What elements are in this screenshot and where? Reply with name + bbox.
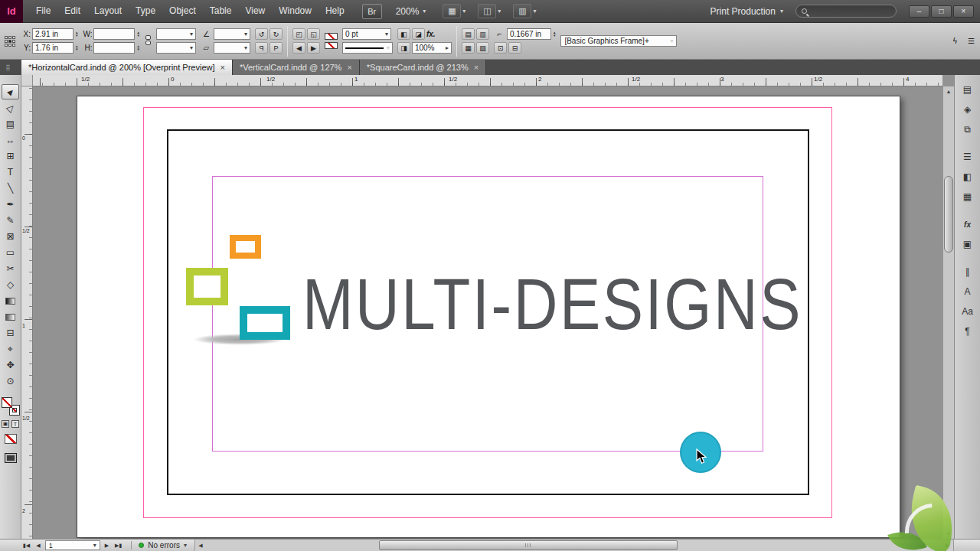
menu-file[interactable]: File	[29, 0, 57, 22]
object-styles-panel[interactable]: ▣	[959, 236, 977, 253]
align-panel[interactable]: ∥	[959, 263, 977, 280]
document-tab[interactable]: *HorizontalCard.indd @ 200% [Overprint P…	[21, 60, 233, 75]
paragraph-panel[interactable]: ¶	[959, 323, 977, 340]
chevron-down-icon[interactable]: ▾	[498, 8, 501, 15]
layers-panel[interactable]: ◈	[959, 101, 977, 118]
content-collector-tool[interactable]: ⊞	[2, 148, 19, 164]
vertical-ruler[interactable]: 01/211/22	[21, 86, 33, 539]
stroke-color-swatch[interactable]	[325, 33, 338, 40]
pencil-tool[interactable]: ✎	[2, 213, 19, 228]
drop-shadow-button[interactable]: ◧	[397, 28, 410, 40]
horizontal-ruler[interactable]: 1/201/211/221/231/24	[33, 75, 942, 86]
x-position-field[interactable]: 2.91 in	[32, 28, 74, 40]
horizontal-scroll-thumb[interactable]	[379, 540, 678, 550]
y-position-field[interactable]: 1.76 in	[32, 42, 74, 54]
frame-fitting-button[interactable]: ⊡	[494, 42, 507, 54]
rectangle-tool[interactable]: ▭	[2, 245, 19, 260]
note-tool[interactable]: ⊟	[2, 325, 19, 341]
scale-y-dropdown[interactable]: ▾	[156, 42, 196, 54]
free-transform-tool[interactable]: ◇	[2, 277, 19, 292]
opacity-field[interactable]: 100%▸	[412, 42, 452, 54]
menu-object[interactable]: Object	[162, 0, 203, 22]
menu-table[interactable]: Table	[203, 0, 239, 22]
scroll-left-icon[interactable]: ◀	[195, 540, 206, 551]
scroll-right-icon[interactable]: ▶	[942, 540, 953, 551]
pages-panel[interactable]: ▤	[959, 81, 977, 98]
flip-horizontal-button[interactable]: P	[255, 42, 268, 54]
document-canvas[interactable]: MULTI-DESIGNS	[33, 86, 942, 539]
scroll-down-icon[interactable]: ▼	[946, 529, 952, 539]
type-tool[interactable]: T	[2, 165, 19, 180]
links-panel[interactable]: ⧉	[959, 121, 977, 138]
width-field[interactable]	[93, 28, 135, 40]
flip-vertical-button[interactable]: P	[270, 42, 283, 54]
arrange-documents-button[interactable]: ▥	[513, 4, 531, 18]
effects-menu[interactable]: fx.	[426, 30, 436, 38]
fill-swatch[interactable]	[2, 397, 12, 408]
page-tool[interactable]: ▤	[2, 116, 19, 132]
fill-stroke-widget[interactable]	[2, 397, 20, 416]
object-style-dropdown[interactable]: [Basic Graphics Frame]+▾	[560, 35, 677, 47]
text-wrap-bounding-button[interactable]: ▥	[476, 28, 489, 40]
menu-help[interactable]: Help	[318, 0, 351, 22]
close-button[interactable]: ×	[953, 5, 974, 18]
ruler-origin-corner[interactable]	[21, 75, 33, 86]
tab-close-icon[interactable]: ×	[474, 63, 479, 72]
color-panel[interactable]: ◧	[959, 168, 977, 185]
eyedropper-tool[interactable]: ⌖	[2, 341, 19, 357]
restore-button[interactable]: □	[931, 5, 952, 18]
select-previous-button[interactable]: ◀	[292, 42, 305, 54]
tab-close-icon[interactable]: ×	[347, 63, 351, 72]
apply-none-button[interactable]	[5, 434, 17, 444]
fill-color-swatch[interactable]	[325, 42, 338, 49]
bridge-button[interactable]: Br	[362, 4, 382, 19]
constrain-proportions-icon[interactable]	[145, 35, 152, 47]
text-wrap-object-button[interactable]: ▦	[462, 42, 475, 54]
menu-type[interactable]: Type	[129, 0, 162, 22]
auto-fit-button[interactable]: ⊟	[508, 42, 521, 54]
selection-tool[interactable]: ►	[2, 84, 19, 99]
scale-x-dropdown[interactable]: ▾	[156, 28, 196, 40]
screen-mode-toggle[interactable]	[5, 453, 17, 463]
stepper-icon[interactable]: ▲▼	[75, 45, 78, 51]
first-page-button[interactable]: ▮◀	[20, 543, 33, 549]
horizontal-scrollbar[interactable]: ◀ ▶	[194, 540, 954, 551]
scroll-up-icon[interactable]: ▲	[946, 86, 952, 96]
logo-wordmark[interactable]: MULTI-DESIGNS	[302, 269, 802, 341]
vertical-scrollbar[interactable]: ▲ ▼	[942, 86, 954, 539]
reference-point-proxy[interactable]	[5, 36, 15, 47]
stepper-icon[interactable]: ▲▼	[75, 31, 78, 37]
next-page-button[interactable]: ▶	[102, 543, 112, 549]
stroke-weight-dropdown[interactable]: 0 pt▾	[342, 28, 391, 40]
text-wrap-jump-button[interactable]: ▧	[476, 42, 489, 54]
rotate-cw-button[interactable]: ↻	[270, 28, 283, 40]
zoom-tool[interactable]: ⊙	[2, 373, 19, 389]
shear-angle-dropdown[interactable]: ▾	[214, 42, 250, 54]
text-wrap-none-button[interactable]: ▤	[462, 28, 475, 40]
menu-window[interactable]: Window	[272, 0, 318, 22]
character-styles-panel[interactable]: A	[959, 283, 977, 300]
stroke-style-dropdown[interactable]: ▾	[342, 42, 393, 54]
select-content-button[interactable]: ◱	[307, 28, 320, 40]
line-tool[interactable]: ╲	[2, 181, 19, 196]
formatting-affects-container-button[interactable]: ▣	[2, 420, 9, 428]
stroke-panel[interactable]: ☰	[959, 148, 977, 165]
last-page-button[interactable]: ▶▮	[112, 543, 125, 549]
document-tab[interactable]: *SquareCard.indd @ 213%×	[360, 60, 486, 75]
direct-selection-tool[interactable]: ▷	[2, 100, 19, 116]
document-tab[interactable]: *VerticalCard.indd @ 127%×	[233, 60, 360, 75]
rectangle-frame-tool[interactable]: ⊠	[2, 229, 19, 244]
rotate-ccw-button[interactable]: ↺	[255, 28, 268, 40]
panel-grip-icon[interactable]: ⣿	[4, 64, 12, 73]
gradient-feather-tool[interactable]	[2, 309, 19, 324]
workspace-switcher[interactable]: Print Production ▾	[710, 6, 783, 17]
view-options-button[interactable]: ▦	[443, 4, 461, 18]
menu-edit[interactable]: Edit	[57, 0, 87, 22]
formatting-affects-text-button[interactable]: T	[11, 420, 19, 428]
menu-layout[interactable]: Layout	[87, 0, 129, 22]
height-field[interactable]	[93, 42, 135, 54]
transparency-button[interactable]: ◪	[412, 28, 425, 40]
logo-square-green[interactable]	[186, 268, 228, 305]
menu-view[interactable]: View	[238, 0, 272, 22]
select-next-button[interactable]: ▶	[307, 42, 320, 54]
